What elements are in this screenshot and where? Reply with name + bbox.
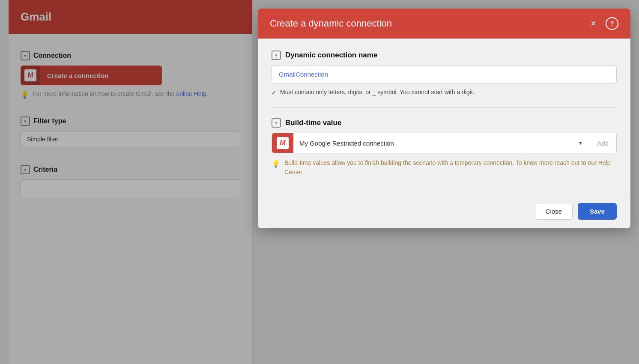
buildtime-gmail-icon-area: M bbox=[272, 133, 293, 153]
connection-name-label-row: ▾ Dynamic connection name bbox=[272, 51, 617, 60]
modal-overlay: Create a dynamic connection × ? ▾ Dynami… bbox=[0, 0, 639, 364]
connection-name-field-title: Dynamic connection name bbox=[285, 51, 377, 60]
validation-message: Must contain only letters, digits, or _ … bbox=[280, 88, 475, 97]
modal-footer-save-button[interactable]: Save bbox=[578, 203, 617, 220]
connection-name-input[interactable] bbox=[272, 65, 617, 84]
add-connection-button[interactable]: Add bbox=[589, 133, 616, 153]
modal-section-divider bbox=[272, 107, 617, 108]
buildtime-select-wrapper: My Google Restricted connection ▼ bbox=[293, 134, 589, 152]
modal-close-button[interactable]: × bbox=[589, 17, 598, 30]
modal-footer-close-button[interactable]: Close bbox=[535, 203, 573, 220]
modal-header-actions: × ? bbox=[589, 17, 618, 30]
modal-header: Create a dynamic connection × ? bbox=[258, 9, 630, 39]
buildtime-label-row: ▾ Build-time value bbox=[272, 118, 617, 128]
modal-body: ▾ Dynamic connection name ✓ Must contain… bbox=[258, 39, 630, 196]
buildtime-info-text: Build-time values allow you to finish bu… bbox=[284, 158, 617, 177]
buildtime-info-row: 💡 Build-time values allow you to finish … bbox=[272, 158, 617, 177]
buildtime-field-title: Build-time value bbox=[285, 119, 341, 127]
connection-name-section: ▾ Dynamic connection name ✓ Must contain… bbox=[272, 51, 617, 97]
dynamic-connection-modal: Create a dynamic connection × ? ▾ Dynami… bbox=[258, 9, 630, 228]
checkmark-icon: ✓ bbox=[272, 88, 277, 97]
buildtime-gmail-m-icon: M bbox=[277, 137, 289, 149]
buildtime-bulb-icon: 💡 bbox=[272, 159, 280, 170]
validation-text-row: ✓ Must contain only letters, digits, or … bbox=[272, 88, 617, 97]
modal-help-button[interactable]: ? bbox=[606, 17, 618, 30]
buildtime-connection-select[interactable]: My Google Restricted connection bbox=[293, 134, 589, 152]
modal-footer: Close Save bbox=[258, 196, 630, 228]
buildtime-section: ▾ Build-time value M My Google Restricte… bbox=[272, 118, 617, 177]
buildtime-select-row: M My Google Restricted connection ▼ Add bbox=[272, 133, 617, 153]
connection-name-chevron-icon[interactable]: ▾ bbox=[272, 51, 281, 60]
modal-title: Create a dynamic connection bbox=[270, 18, 392, 29]
buildtime-chevron-icon[interactable]: ▾ bbox=[272, 118, 281, 128]
